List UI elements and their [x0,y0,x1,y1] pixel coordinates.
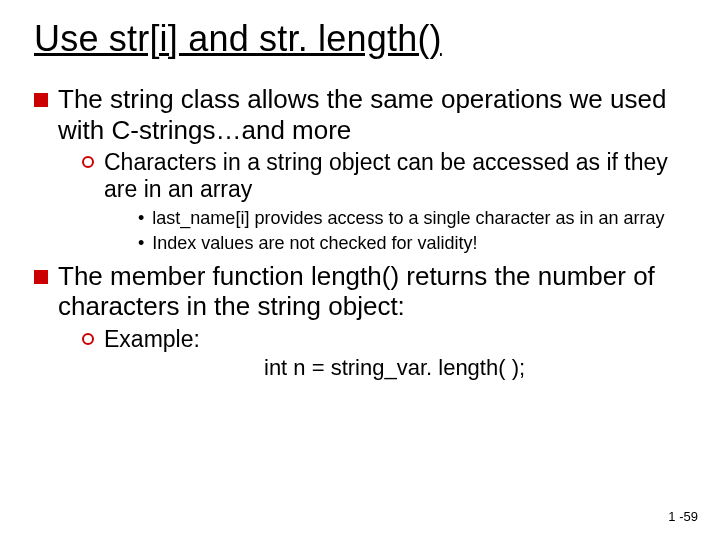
slide-title: Use str[i] and str. length() [34,18,686,60]
bullet-level2: Example: [82,326,686,353]
bullet-level1: The string class allows the same operati… [34,84,686,145]
index-fragment: [i] [235,208,249,228]
slide: Use str[i] and str. length() The string … [0,0,720,540]
dot-bullet-icon: • [138,233,144,255]
bullet-text: Index values are not checked for validit… [152,233,686,255]
bullet-text: Example: [104,326,686,353]
code-fragment: last_name [152,208,235,228]
circle-bullet-icon [82,156,94,168]
bullet-text: last_name[i] provides access to a single… [152,208,686,230]
text-fragment: The member function [58,261,311,291]
bullet-text: The string class allows the same operati… [58,84,686,145]
page-number: 1 -59 [668,509,698,524]
dot-bullet-icon: • [138,208,144,230]
bullet-level3: • Index values are not checked for valid… [138,233,686,255]
text-fragment: provides access to a single character as… [249,208,664,228]
square-bullet-icon [34,270,48,284]
circle-bullet-icon [82,333,94,345]
bullet-level2: Characters in a string object can be acc… [82,149,686,203]
code-example: int n = string_var. length( ); [264,355,686,381]
bullet-level3: • last_name[i] provides access to a sing… [138,208,686,230]
bullet-text: The member function length() returns the… [58,261,686,322]
square-bullet-icon [34,93,48,107]
code-fragment: length() [311,261,399,291]
bullet-level1: The member function length() returns the… [34,261,686,322]
bullet-text: Characters in a string object can be acc… [104,149,686,203]
